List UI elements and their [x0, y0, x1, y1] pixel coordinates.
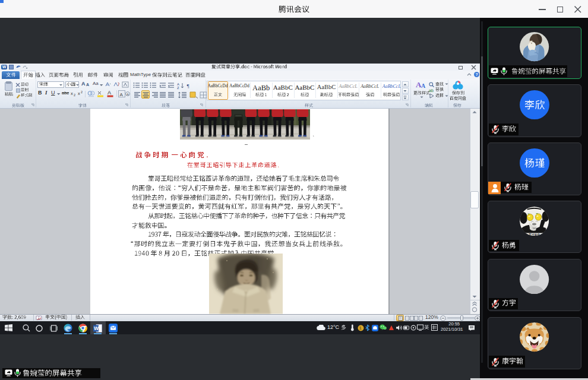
svg-text:¶: ¶ — [187, 83, 189, 89]
svg-text:A: A — [108, 90, 111, 96]
svg-text:A: A — [127, 93, 129, 96]
svg-text:1: 1 — [359, 325, 362, 331]
svg-text:Z: Z — [177, 86, 179, 90]
svg-text:ab: ab — [429, 88, 434, 93]
svg-text:W: W — [94, 325, 99, 331]
svg-text:不过如此: 不过如此 — [528, 232, 540, 236]
svg-text:A: A — [120, 92, 124, 97]
